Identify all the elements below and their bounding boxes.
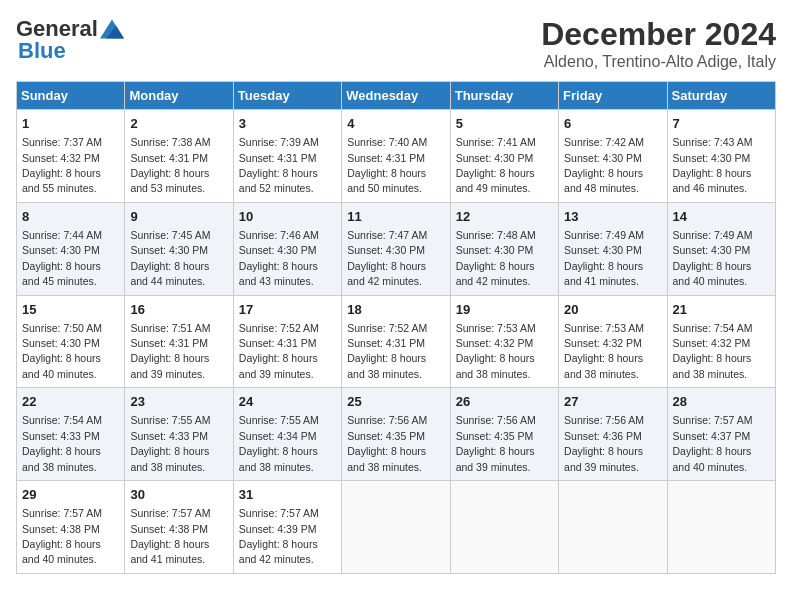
sunrise: Sunrise: 7:53 AM [456, 322, 536, 334]
daylight: Daylight: 8 hours and 55 minutes. [22, 167, 101, 194]
daylight: Daylight: 8 hours and 42 minutes. [239, 538, 318, 565]
sunrise: Sunrise: 7:48 AM [456, 229, 536, 241]
sunrise: Sunrise: 7:56 AM [456, 414, 536, 426]
sunrise: Sunrise: 7:38 AM [130, 136, 210, 148]
daylight: Daylight: 8 hours and 53 minutes. [130, 167, 209, 194]
daylight: Daylight: 8 hours and 41 minutes. [130, 538, 209, 565]
day-number: 20 [564, 301, 661, 319]
table-row: 28 Sunrise: 7:57 AM Sunset: 4:37 PM Dayl… [667, 388, 775, 481]
table-row: 11 Sunrise: 7:47 AM Sunset: 4:30 PM Dayl… [342, 202, 450, 295]
daylight: Daylight: 8 hours and 48 minutes. [564, 167, 643, 194]
sunset: Sunset: 4:31 PM [239, 337, 317, 349]
day-number: 17 [239, 301, 336, 319]
col-wednesday: Wednesday [342, 82, 450, 110]
daylight: Daylight: 8 hours and 40 minutes. [673, 260, 752, 287]
daylight: Daylight: 8 hours and 38 minutes. [130, 445, 209, 472]
sunrise: Sunrise: 7:55 AM [239, 414, 319, 426]
daylight: Daylight: 8 hours and 39 minutes. [564, 445, 643, 472]
daylight: Daylight: 8 hours and 43 minutes. [239, 260, 318, 287]
sunset: Sunset: 4:30 PM [130, 244, 208, 256]
calendar-header-row: Sunday Monday Tuesday Wednesday Thursday… [17, 82, 776, 110]
daylight: Daylight: 8 hours and 44 minutes. [130, 260, 209, 287]
calendar-row: 8 Sunrise: 7:44 AM Sunset: 4:30 PM Dayli… [17, 202, 776, 295]
table-row: 26 Sunrise: 7:56 AM Sunset: 4:35 PM Dayl… [450, 388, 558, 481]
logo-icon [100, 19, 124, 39]
sunrise: Sunrise: 7:39 AM [239, 136, 319, 148]
col-thursday: Thursday [450, 82, 558, 110]
day-number: 24 [239, 393, 336, 411]
sunset: Sunset: 4:30 PM [347, 244, 425, 256]
calendar-table: Sunday Monday Tuesday Wednesday Thursday… [16, 81, 776, 574]
daylight: Daylight: 8 hours and 42 minutes. [456, 260, 535, 287]
sunrise: Sunrise: 7:57 AM [239, 507, 319, 519]
table-row: 8 Sunrise: 7:44 AM Sunset: 4:30 PM Dayli… [17, 202, 125, 295]
table-row: 19 Sunrise: 7:53 AM Sunset: 4:32 PM Dayl… [450, 295, 558, 388]
table-row: 27 Sunrise: 7:56 AM Sunset: 4:36 PM Dayl… [559, 388, 667, 481]
day-number: 30 [130, 486, 227, 504]
day-number: 18 [347, 301, 444, 319]
day-number: 7 [673, 115, 770, 133]
day-number: 5 [456, 115, 553, 133]
sunset: Sunset: 4:31 PM [130, 337, 208, 349]
sunrise: Sunrise: 7:52 AM [239, 322, 319, 334]
col-monday: Monday [125, 82, 233, 110]
daylight: Daylight: 8 hours and 38 minutes. [347, 445, 426, 472]
sunrise: Sunrise: 7:57 AM [22, 507, 102, 519]
table-row: 2 Sunrise: 7:38 AM Sunset: 4:31 PM Dayli… [125, 110, 233, 203]
sunrise: Sunrise: 7:37 AM [22, 136, 102, 148]
table-row: 23 Sunrise: 7:55 AM Sunset: 4:33 PM Dayl… [125, 388, 233, 481]
daylight: Daylight: 8 hours and 40 minutes. [22, 538, 101, 565]
sunset: Sunset: 4:38 PM [22, 523, 100, 535]
table-row [450, 481, 558, 574]
daylight: Daylight: 8 hours and 45 minutes. [22, 260, 101, 287]
sunrise: Sunrise: 7:44 AM [22, 229, 102, 241]
day-number: 29 [22, 486, 119, 504]
daylight: Daylight: 8 hours and 42 minutes. [347, 260, 426, 287]
sunset: Sunset: 4:33 PM [130, 430, 208, 442]
day-number: 10 [239, 208, 336, 226]
sunrise: Sunrise: 7:41 AM [456, 136, 536, 148]
day-number: 12 [456, 208, 553, 226]
col-sunday: Sunday [17, 82, 125, 110]
daylight: Daylight: 8 hours and 49 minutes. [456, 167, 535, 194]
sunset: Sunset: 4:30 PM [22, 244, 100, 256]
day-number: 28 [673, 393, 770, 411]
table-row: 24 Sunrise: 7:55 AM Sunset: 4:34 PM Dayl… [233, 388, 341, 481]
sunrise: Sunrise: 7:46 AM [239, 229, 319, 241]
sunrise: Sunrise: 7:54 AM [22, 414, 102, 426]
sunrise: Sunrise: 7:42 AM [564, 136, 644, 148]
day-number: 26 [456, 393, 553, 411]
table-row: 9 Sunrise: 7:45 AM Sunset: 4:30 PM Dayli… [125, 202, 233, 295]
sunset: Sunset: 4:35 PM [456, 430, 534, 442]
table-row: 18 Sunrise: 7:52 AM Sunset: 4:31 PM Dayl… [342, 295, 450, 388]
table-row: 3 Sunrise: 7:39 AM Sunset: 4:31 PM Dayli… [233, 110, 341, 203]
day-number: 9 [130, 208, 227, 226]
sunset: Sunset: 4:34 PM [239, 430, 317, 442]
sunrise: Sunrise: 7:43 AM [673, 136, 753, 148]
calendar-body: 1 Sunrise: 7:37 AM Sunset: 4:32 PM Dayli… [17, 110, 776, 574]
daylight: Daylight: 8 hours and 52 minutes. [239, 167, 318, 194]
table-row: 4 Sunrise: 7:40 AM Sunset: 4:31 PM Dayli… [342, 110, 450, 203]
sunset: Sunset: 4:31 PM [239, 152, 317, 164]
sunset: Sunset: 4:32 PM [564, 337, 642, 349]
main-title: December 2024 [541, 16, 776, 53]
sunset: Sunset: 4:32 PM [673, 337, 751, 349]
table-row: 22 Sunrise: 7:54 AM Sunset: 4:33 PM Dayl… [17, 388, 125, 481]
day-number: 14 [673, 208, 770, 226]
sunset: Sunset: 4:30 PM [673, 152, 751, 164]
col-saturday: Saturday [667, 82, 775, 110]
sunset: Sunset: 4:30 PM [564, 152, 642, 164]
sunset: Sunset: 4:32 PM [456, 337, 534, 349]
daylight: Daylight: 8 hours and 39 minutes. [239, 352, 318, 379]
sunrise: Sunrise: 7:50 AM [22, 322, 102, 334]
sunrise: Sunrise: 7:49 AM [564, 229, 644, 241]
sunset: Sunset: 4:30 PM [456, 152, 534, 164]
sunrise: Sunrise: 7:45 AM [130, 229, 210, 241]
table-row: 1 Sunrise: 7:37 AM Sunset: 4:32 PM Dayli… [17, 110, 125, 203]
col-friday: Friday [559, 82, 667, 110]
day-number: 27 [564, 393, 661, 411]
day-number: 4 [347, 115, 444, 133]
col-tuesday: Tuesday [233, 82, 341, 110]
sunrise: Sunrise: 7:57 AM [130, 507, 210, 519]
sunset: Sunset: 4:39 PM [239, 523, 317, 535]
